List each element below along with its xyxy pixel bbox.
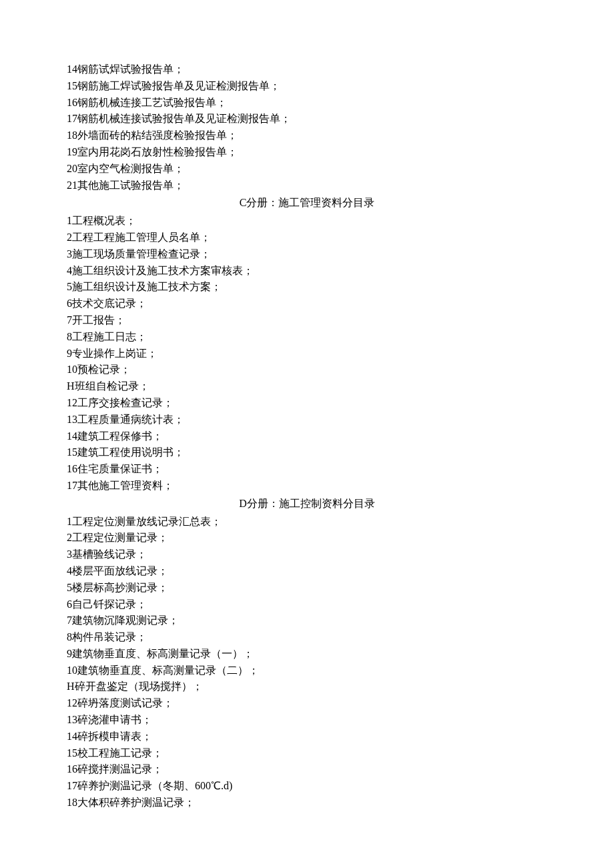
section-c-list: 1工程概况表； 2工程工程施工管理人员名单； 3施工现场质量管理检查记录； 4施… (67, 213, 547, 494)
list-item: 15校工程施工记录； (67, 745, 547, 762)
list-item: H碎开盘鉴定（现场搅拌）； (67, 679, 547, 695)
list-item: 14钢筋试焊试验报告单； (67, 61, 547, 78)
list-item: 16住宅质量保证书； (67, 461, 547, 478)
list-item: 7开工报告； (67, 312, 547, 329)
list-item: 5施工组织设计及施工技术方案； (67, 279, 547, 296)
list-item: 7建筑物沉降观测记录； (67, 612, 547, 629)
list-item: 13工程质量通病统计表； (67, 412, 547, 428)
list-item: 10建筑物垂直度、标高测量记录（二）； (67, 663, 547, 679)
list-item: 16钢筋机械连接工艺试验报告单； (67, 95, 547, 111)
list-item: 8工程施工日志； (67, 329, 547, 346)
list-item: 18大体积碎养护测温记录； (67, 795, 547, 811)
list-item: 13碎浇灌申请书； (67, 712, 547, 729)
list-item: 6技术交底记录； (67, 296, 547, 312)
list-item: 3基槽验线记录； (67, 546, 547, 563)
list-item: 20室内空气检测报告单； (67, 161, 547, 177)
list-item: H班组自检记录； (67, 378, 547, 395)
list-item: 12工序交接检查记录； (67, 395, 547, 412)
list-item: 1工程概况表； (67, 213, 547, 230)
list-item: 18外墙面砖的粘结强度检验报告单； (67, 127, 547, 144)
list-item: 8构件吊装记录； (67, 629, 547, 646)
list-item: 14碎拆模申请表； (67, 729, 547, 745)
list-item: 6自己钎探记录； (67, 596, 547, 613)
section-c-title: C分册：施工管理资料分目录 (67, 195, 547, 211)
list-item: 17碎养护测温记录（冬期、600℃.d) (67, 778, 547, 795)
list-item: 16碎搅拌测温记录； (67, 761, 547, 778)
list-item: 14建筑工程保修书； (67, 428, 547, 445)
block1-list: 14钢筋试焊试验报告单； 15钢筋施工焊试验报告单及见证检测报告单； 16钢筋机… (67, 61, 547, 193)
list-item: 21其他施工试验报告单； (67, 177, 547, 194)
document-content: 14钢筋试焊试验报告单； 15钢筋施工焊试验报告单及见证检测报告单； 16钢筋机… (67, 61, 547, 811)
list-item: 9建筑物垂直度、标高测量记录（一）； (67, 646, 547, 663)
list-item: 15建筑工程使用说明书； (67, 444, 547, 461)
list-item: 9专业操作上岗证； (67, 346, 547, 362)
list-item: 19室内用花岗石放射性检验报告单； (67, 144, 547, 161)
list-item: 5楼层标高抄测记录； (67, 580, 547, 596)
list-item: 4施工组织设计及施工技术方案审核表； (67, 263, 547, 280)
list-item: 3施工现场质量管理检查记录； (67, 246, 547, 263)
list-item: 17其他施工管理资料； (67, 478, 547, 494)
list-item: 10预检记录； (67, 362, 547, 378)
list-item: 2工程工程施工管理人员名单； (67, 230, 547, 246)
section-d-list: 1工程定位测量放线记录汇总表； 2工程定位测量记录； 3基槽验线记录； 4楼层平… (67, 514, 547, 811)
list-item: 1工程定位测量放线记录汇总表； (67, 514, 547, 530)
section-d-title: D分册：施工控制资料分目录 (67, 496, 547, 512)
list-item: 17钢筋机械连接试验报告单及见证检测报告单； (67, 111, 547, 127)
list-item: 15钢筋施工焊试验报告单及见证检测报告单； (67, 78, 547, 95)
list-item: 2工程定位测量记录； (67, 530, 547, 546)
list-item: 4楼层平面放线记录； (67, 563, 547, 580)
list-item: 12碎坍落度测试记录； (67, 695, 547, 712)
